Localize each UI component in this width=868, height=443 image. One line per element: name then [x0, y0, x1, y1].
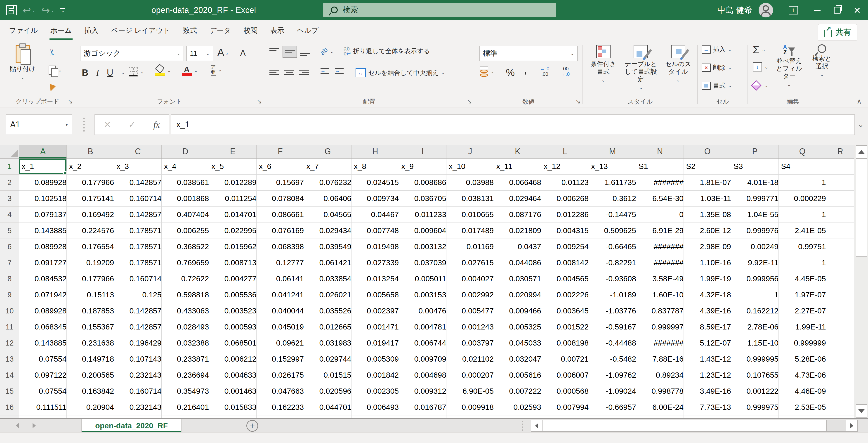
cell-J3[interactable]: 0.038131 [446, 190, 494, 206]
cell-N2[interactable]: ####### [636, 174, 684, 190]
phonetic-button[interactable]: ア亜 ⌄ [211, 64, 222, 76]
cell-C12[interactable]: 0.196429 [114, 335, 162, 351]
cell-P16[interactable]: 0.999975 [731, 399, 779, 415]
cell-H5[interactable]: 0.007748 [351, 223, 399, 239]
chevron-down-icon[interactable]: ⌄ [194, 68, 198, 73]
cell-E3[interactable]: 0.011254 [209, 190, 256, 206]
sort-filter-button[interactable]: AZ 並べ替えとフィルター ⌄ [772, 44, 806, 87]
cell-M2[interactable]: 1.611735 [589, 174, 636, 190]
redo-button[interactable]: ↪⌄ [41, 4, 55, 16]
cell-H3[interactable]: 0.009734 [351, 190, 399, 206]
cell-A15[interactable]: 0.07554 [19, 383, 67, 399]
dialog-launcher-icon[interactable]: ↘ [576, 98, 581, 105]
decrease-indent-icon[interactable]: ← [320, 68, 329, 74]
cell-C6[interactable]: 0.178571 [114, 239, 162, 255]
cell-E11[interactable]: 0.000593 [209, 319, 256, 335]
cell-M16[interactable]: -0.66957 [589, 399, 636, 415]
cell-K12[interactable]: 0.045033 [494, 335, 541, 351]
cell-J5[interactable]: 0.017489 [446, 223, 494, 239]
cell-D5[interactable]: 0.006255 [162, 223, 209, 239]
row-header-1[interactable]: 1 [0, 158, 19, 174]
cell-K16[interactable]: 0.02593 [494, 399, 541, 415]
fill-button[interactable]: ↓ ⌄ [753, 62, 768, 71]
cell-O1[interactable]: S2 [684, 158, 731, 174]
cell-I16[interactable]: 0.016787 [399, 399, 446, 415]
formula-input[interactable]: x_1 [171, 114, 855, 135]
bold-button[interactable]: B [82, 68, 88, 78]
previous-sheet-icon[interactable] [16, 423, 19, 428]
column-header-H[interactable]: H [351, 145, 399, 158]
wrap-text-button[interactable]: abc↩ 折り返して全体を表示する [344, 46, 430, 56]
cell-G7[interactable]: 0.061421 [304, 255, 351, 271]
cell-H13[interactable]: 0.005309 [351, 351, 399, 367]
cell-F11[interactable]: 0.045019 [256, 319, 304, 335]
cell-A5[interactable]: 0.143885 [19, 223, 67, 239]
cell-D12[interactable]: 0.032388 [162, 335, 209, 351]
cell-I7[interactable]: 0.037039 [399, 255, 446, 271]
ribbon-tab-5[interactable]: データ [203, 20, 237, 41]
cell-G8[interactable]: 0.033854 [304, 271, 351, 287]
cell-H10[interactable]: 0.002397 [351, 303, 399, 319]
account-area[interactable]: 中島 健希 [717, 0, 773, 20]
ribbon-tab-3[interactable]: ページ レイアウト [105, 20, 177, 41]
cell-O13[interactable]: 1.43E-12 [684, 351, 731, 367]
cell-C9[interactable]: 0.125 [114, 287, 162, 303]
cell-Q9[interactable]: 1.97E-07 [778, 287, 826, 303]
chevron-down-icon[interactable]: ⌄ [676, 77, 680, 83]
scrollbar-resize-handle[interactable] [522, 421, 523, 431]
cell-N14[interactable]: 0.89234 [636, 367, 684, 383]
cell-G6[interactable]: 0.039549 [304, 239, 351, 255]
chevron-down-icon[interactable]: ⌄ [765, 83, 768, 88]
cell-N4[interactable]: 0 [636, 206, 684, 223]
expand-formula-bar-icon[interactable]: ⌄ [858, 120, 864, 129]
cell-E8[interactable]: 0.004277 [209, 271, 256, 287]
delete-cells-button[interactable]: × 削除 ⌄ [702, 63, 732, 72]
cell-K4[interactable]: 0.087176 [494, 206, 541, 223]
comma-style-button[interactable]: , [524, 66, 527, 72]
cell-D8[interactable]: 0.72622 [162, 271, 209, 287]
cell-Q2[interactable]: 1 [778, 174, 826, 190]
cell-P10[interactable]: 0.162212 [731, 303, 779, 319]
cell-M5[interactable]: 0.509625 [589, 223, 636, 239]
cell-B14[interactable]: 0.200565 [67, 367, 114, 383]
cell-G3[interactable]: 0.06406 [304, 190, 351, 206]
cell-A13[interactable]: 0.07554 [19, 351, 67, 367]
formula-bar-resize-handle[interactable] [83, 118, 85, 131]
horizontal-scrollbar[interactable] [531, 420, 858, 432]
cell-K8[interactable]: 0.030571 [494, 271, 541, 287]
cell-A4[interactable]: 0.079137 [19, 206, 67, 223]
cell-N16[interactable]: 6.00E-24 [636, 399, 684, 415]
cell-B7[interactable]: 0.19209 [67, 255, 114, 271]
cell-M11[interactable]: -0.59167 [589, 319, 636, 335]
cell-E16[interactable]: 0.015833 [209, 399, 256, 415]
cell-C16[interactable]: 0.232143 [114, 399, 162, 415]
cell-L6[interactable]: 0.009254 [541, 239, 589, 255]
cell-H2[interactable]: 0.024515 [351, 174, 399, 190]
format-as-table-button[interactable]: テーブルとして書式設定 ⌄ [622, 45, 660, 90]
cell-F6[interactable]: 0.068398 [256, 239, 304, 255]
cell-K1[interactable]: x_11 [494, 158, 541, 174]
cell-J4[interactable]: 0.010655 [446, 206, 494, 223]
cell-C13[interactable]: 0.107143 [114, 351, 162, 367]
column-header-L[interactable]: L [541, 145, 589, 158]
ribbon-tab-2[interactable]: 挿入 [78, 20, 105, 41]
customize-qat-button[interactable]: ⌄ [60, 8, 65, 12]
avatar[interactable] [758, 3, 773, 18]
cell-P1[interactable]: S3 [731, 158, 779, 174]
cell-H17[interactable] [351, 415, 399, 418]
ribbon-tab-7[interactable]: 表示 [264, 20, 291, 41]
increase-indent-icon[interactable]: → [335, 68, 344, 74]
chevron-down-icon[interactable]: ⌄ [601, 77, 605, 83]
cell-N10[interactable]: 0.837787 [636, 303, 684, 319]
chevron-down-icon[interactable]: ⌄ [32, 7, 36, 13]
cell-N8[interactable]: 3.58E-49 [636, 271, 684, 287]
align-center-icon[interactable] [284, 68, 294, 77]
scroll-up-button[interactable] [856, 145, 867, 159]
cell-H16[interactable]: 0.006493 [351, 399, 399, 415]
insert-cells-button[interactable]: ← 挿入 ⌄ [702, 45, 732, 54]
chevron-down-icon[interactable]: ⌄ [728, 83, 732, 88]
cell-B11[interactable]: 0.155367 [67, 319, 114, 335]
cell-J11[interactable]: 0.001243 [446, 319, 494, 335]
cell-K11[interactable]: 0.005325 [494, 319, 541, 335]
cell-Q15[interactable]: 4.46E-09 [778, 383, 826, 399]
